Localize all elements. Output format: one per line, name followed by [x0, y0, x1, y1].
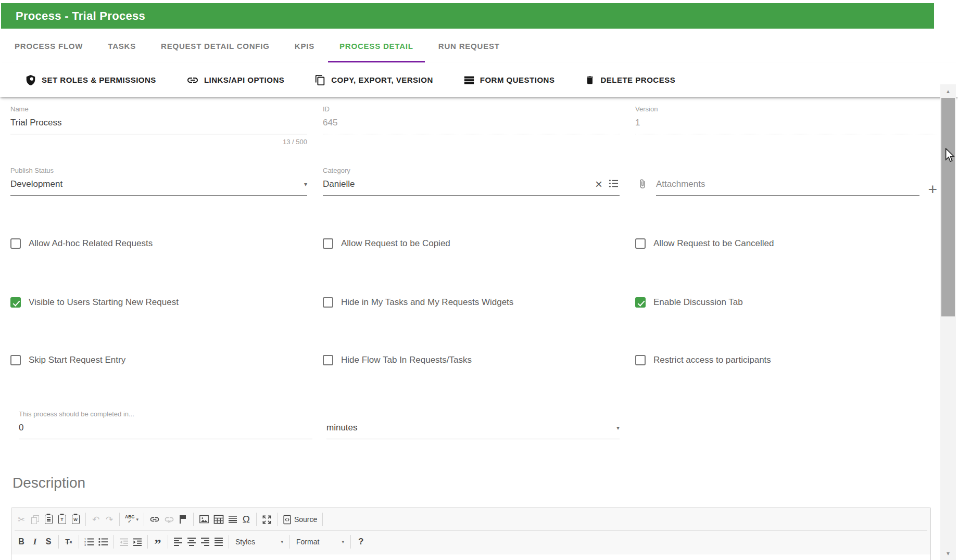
align-justify-icon[interactable]	[212, 534, 225, 549]
checkbox-restrict-access-participants[interactable]	[635, 355, 646, 365]
toolbar-separator	[322, 513, 323, 526]
align-right-icon[interactable]	[198, 534, 212, 549]
name-char-counter: 13 / 500	[10, 138, 307, 146]
editor-toolbar: ✂ T W ↶ ↷ ABC✓ ▾	[11, 507, 930, 554]
set-roles-permissions-button[interactable]: SET ROLES & PERMISSIONS	[25, 74, 156, 86]
spell-check-icon[interactable]: ABC✓ ▾	[123, 512, 141, 527]
editor-content-area[interactable]	[11, 554, 930, 560]
numbered-list-icon[interactable]: 123	[82, 534, 96, 549]
checkbox-row-item: Allow Request to be Copied	[323, 238, 620, 249]
maximize-icon[interactable]	[260, 512, 274, 527]
trash-icon	[585, 74, 595, 86]
completed-in-input[interactable]: 0	[19, 423, 312, 433]
completed-in-field: 0	[19, 422, 312, 439]
paste-from-word-icon[interactable]: W	[69, 512, 82, 527]
page-title: Process - Trial Process	[16, 9, 145, 23]
tab-run-request[interactable]: RUN REQUEST	[438, 29, 500, 63]
publish-status-field: Publish Status Development ▾	[10, 167, 307, 196]
checkbox-row-item: Restrict access to participants	[635, 355, 937, 365]
blockquote-icon[interactable]: ”	[151, 534, 165, 549]
version-field: Version 1	[635, 105, 937, 146]
toolbar-separator	[168, 535, 168, 549]
id-field: ID 645	[323, 105, 620, 146]
process-detail-panel: Name Trial Process 13 / 500 ID 645 Versi…	[0, 97, 958, 560]
version-label: Version	[635, 105, 937, 113]
insert-link-icon[interactable]	[147, 512, 162, 527]
name-field: Name Trial Process 13 / 500	[10, 105, 307, 146]
insert-table-icon[interactable]	[211, 512, 226, 527]
category-list-icon[interactable]	[609, 179, 619, 190]
toolbar-separator	[350, 535, 351, 549]
name-input[interactable]: Trial Process	[10, 118, 307, 128]
chevron-down-icon: ▾	[616, 424, 620, 431]
unlink-icon	[162, 512, 177, 527]
toolbar-separator	[193, 513, 194, 526]
list-bars-icon	[463, 74, 475, 86]
completed-in-label: This process should be completed in...	[19, 410, 134, 418]
paste-plain-text-icon[interactable]: T	[55, 512, 69, 527]
checkbox-allow-request-copied[interactable]	[323, 238, 333, 249]
toolbar-separator	[58, 535, 59, 549]
form-questions-button[interactable]: FORM QUESTIONS	[463, 74, 555, 86]
attachments-field: Attachments +	[635, 167, 937, 196]
align-left-icon[interactable]	[171, 534, 185, 549]
special-character-icon[interactable]: Ω	[240, 512, 253, 527]
italic-icon[interactable]: I	[28, 534, 42, 549]
checkbox-allow-adhoc-related-requests[interactable]	[10, 238, 21, 249]
tab-process-flow[interactable]: PROCESS FLOW	[15, 29, 83, 63]
scroll-down-arrow-icon[interactable]: ▼	[940, 548, 956, 559]
checkbox-visible-to-users[interactable]	[10, 297, 21, 308]
undo-icon: ↶	[89, 512, 103, 527]
redo-icon: ↷	[103, 512, 116, 527]
checkbox-hide-in-widgets[interactable]	[323, 297, 333, 308]
vertical-scrollbar[interactable]: ▲ ▼	[940, 84, 956, 560]
link-icon	[186, 74, 199, 86]
category-label: Category	[323, 167, 620, 174]
tab-request-detail-config[interactable]: REQUEST DETAIL CONFIG	[161, 29, 270, 63]
remove-format-icon[interactable]: Tx	[62, 534, 75, 549]
attachments-input[interactable]: Attachments	[656, 179, 919, 189]
tab-process-detail[interactable]: PROCESS DETAIL	[339, 29, 413, 63]
id-label: ID	[323, 105, 620, 113]
toolbar-separator	[144, 513, 144, 526]
bold-icon[interactable]: B	[15, 534, 28, 549]
horizontal-rule-icon[interactable]	[226, 512, 240, 527]
styles-dropdown[interactable]: Styles▾	[232, 538, 286, 546]
clear-category-icon[interactable]: ×	[595, 180, 602, 189]
checkbox-enable-discussion-tab[interactable]	[635, 297, 646, 308]
category-input[interactable]: Danielle	[323, 179, 592, 189]
format-dropdown[interactable]: Format▾	[293, 538, 347, 546]
toolbar-separator	[277, 513, 278, 526]
checkbox-allow-request-cancelled[interactable]	[635, 238, 646, 249]
scrollbar-thumb[interactable]	[941, 98, 955, 316]
toolbar-separator	[229, 535, 229, 549]
completed-in-unit-select[interactable]: minutes ▾	[326, 422, 620, 439]
insert-image-icon[interactable]	[197, 512, 211, 527]
copy-export-version-button[interactable]: COPY, EXPORT, VERSION	[314, 74, 433, 86]
increase-indent-icon[interactable]	[131, 534, 144, 549]
align-center-icon[interactable]	[185, 534, 198, 549]
bulleted-list-icon[interactable]	[96, 534, 110, 549]
svg-text:3: 3	[84, 543, 86, 546]
links-api-options-button[interactable]: LINKS/API OPTIONS	[186, 74, 284, 86]
publish-status-select[interactable]: Development ▾	[10, 178, 307, 196]
source-doc-icon	[283, 515, 292, 525]
editor-help-icon[interactable]: ?	[358, 537, 363, 547]
delete-process-button[interactable]: DELETE PROCESS	[585, 74, 675, 86]
add-attachment-icon[interactable]: +	[928, 183, 937, 196]
anchor-flag-icon[interactable]	[177, 512, 190, 527]
app-window: Process - Trial Process PROCESS FLOW TAS…	[0, 0, 958, 560]
paste-icon[interactable]	[42, 512, 55, 527]
description-rich-text-editor[interactable]: ✂ T W ↶ ↷ ABC✓ ▾	[11, 507, 931, 560]
checkbox-skip-start-request-entry[interactable]	[10, 355, 21, 365]
toolbar-separator	[85, 513, 86, 526]
tab-tasks[interactable]: TASKS	[108, 29, 136, 63]
scroll-up-arrow-icon[interactable]: ▲	[940, 85, 956, 97]
checkbox-hide-flow-tab[interactable]	[323, 355, 333, 365]
source-button[interactable]: Source	[281, 512, 319, 527]
cut-icon: ✂	[15, 512, 28, 527]
paperclip-icon	[637, 178, 649, 193]
shield-icon	[25, 74, 36, 86]
tab-kpis[interactable]: KPIS	[295, 29, 314, 63]
strikethrough-icon[interactable]: S	[42, 534, 55, 549]
